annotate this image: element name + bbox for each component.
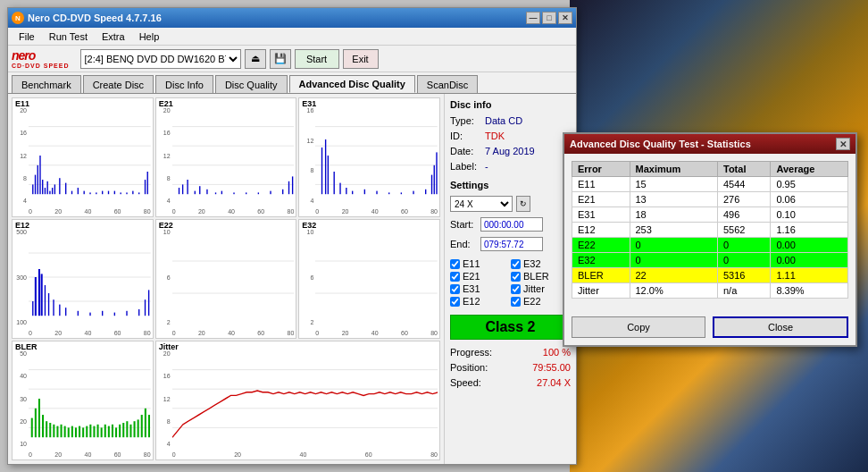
disc-label-value: - xyxy=(485,161,488,172)
svg-rect-24 xyxy=(120,192,121,194)
settings-title: Settings xyxy=(450,180,571,190)
position-row: Position: 79:55.00 xyxy=(450,362,571,373)
cb-e11-row: E11 xyxy=(450,258,510,269)
cb-jitter-label: Jitter xyxy=(523,283,545,294)
cb-bler[interactable] xyxy=(511,272,521,282)
svg-rect-85 xyxy=(126,311,127,316)
svg-rect-23 xyxy=(114,191,115,195)
cb-e32[interactable] xyxy=(511,259,521,269)
svg-rect-110 xyxy=(79,426,80,438)
tab-benchmark[interactable]: Benchmark xyxy=(12,75,81,93)
end-time-input[interactable] xyxy=(480,237,543,251)
chart-e21-label: E21 xyxy=(159,99,173,108)
stats-content: Error Maximum Total Average E111545440.9… xyxy=(564,154,855,313)
speed-select[interactable]: 24 X xyxy=(450,196,513,212)
disc-type-row: Type: Data CD xyxy=(450,115,571,126)
svg-rect-25 xyxy=(126,192,127,194)
cb-e12[interactable] xyxy=(450,297,460,307)
svg-rect-18 xyxy=(83,191,84,195)
tab-advanced-disc-quality[interactable]: Advanced Disc Quality xyxy=(289,75,415,93)
cb-jitter[interactable] xyxy=(511,284,521,294)
svg-rect-76 xyxy=(45,285,46,316)
svg-rect-55 xyxy=(328,156,329,194)
save-button[interactable]: 💾 xyxy=(270,49,291,69)
eject-button[interactable]: ⏏ xyxy=(245,49,266,69)
svg-rect-98 xyxy=(35,409,37,437)
svg-rect-106 xyxy=(64,426,66,438)
svg-rect-65 xyxy=(425,190,426,194)
app-window: N Nero CD-DVD Speed 4.7.7.16 — □ ✕ File … xyxy=(7,7,577,465)
disc-label-label: Label: xyxy=(450,161,481,172)
svg-rect-61 xyxy=(377,191,378,195)
chart-e11: E11 20161284 xyxy=(12,97,154,217)
cb-e21[interactable] xyxy=(450,272,460,282)
svg-rect-87 xyxy=(145,299,146,316)
svg-rect-28 xyxy=(145,180,146,194)
tab-create-disc[interactable]: Create Disc xyxy=(83,75,154,93)
copy-button[interactable]: Copy xyxy=(572,316,705,338)
disc-id-row: ID: TDK xyxy=(450,131,571,141)
close-button[interactable]: Close xyxy=(713,316,848,338)
svg-rect-118 xyxy=(108,426,110,438)
menu-file[interactable]: File xyxy=(12,30,42,44)
chart-e12: E12 500300100 xyxy=(12,219,154,339)
speed-refresh-button[interactable]: ↻ xyxy=(516,196,530,212)
disc-date-row: Date: 7 Aug 2019 xyxy=(450,146,571,156)
svg-rect-88 xyxy=(148,290,149,316)
svg-rect-48 xyxy=(292,176,293,194)
cb-bler-row: BLER xyxy=(511,271,571,282)
cb-e22[interactable] xyxy=(511,297,521,307)
table-row: E21132760.06 xyxy=(572,192,848,207)
chart-jitter: Jitter 20161284 020406080 xyxy=(155,341,440,460)
start-time-input[interactable] xyxy=(480,217,543,232)
chart-e21-xaxis: 020406080 xyxy=(172,208,295,215)
chart-e12-xaxis: 020406080 xyxy=(29,330,151,336)
chart-e21: E21 20161284 xyxy=(155,97,297,217)
menu-help[interactable]: Help xyxy=(132,30,167,44)
maximize-button[interactable]: □ xyxy=(542,12,556,24)
cb-e31-row: E31 xyxy=(450,283,510,294)
nero-brand: nero xyxy=(12,48,35,63)
menu-extra[interactable]: Extra xyxy=(95,30,132,44)
app-icon: N xyxy=(12,12,24,24)
svg-rect-126 xyxy=(138,419,139,437)
svg-rect-84 xyxy=(114,313,115,316)
stats-title-close-button[interactable]: ✕ xyxy=(836,138,850,150)
drive-select[interactable]: [2:4] BENQ DVD DD DW1620 B7W9 xyxy=(80,49,241,69)
close-button[interactable]: ✕ xyxy=(558,12,572,24)
cb-e31[interactable] xyxy=(450,284,460,294)
svg-rect-102 xyxy=(49,423,51,437)
start-button[interactable]: Start xyxy=(295,49,339,69)
svg-rect-104 xyxy=(56,426,58,438)
svg-rect-13 xyxy=(54,184,55,194)
cb-e11[interactable] xyxy=(450,259,460,269)
minimize-button[interactable]: — xyxy=(526,12,540,24)
tab-disc-quality[interactable]: Disc Quality xyxy=(215,75,288,93)
progress-value: 100 % xyxy=(543,347,571,358)
tab-disc-info[interactable]: Disc Info xyxy=(155,75,213,93)
svg-rect-44 xyxy=(257,192,258,194)
svg-rect-78 xyxy=(53,299,54,316)
exit-button[interactable]: Exit xyxy=(343,49,379,69)
svg-rect-12 xyxy=(52,188,53,194)
svg-rect-47 xyxy=(288,181,288,194)
svg-rect-41 xyxy=(221,191,221,195)
menu-run-test[interactable]: Run Test xyxy=(42,30,95,44)
class-badge: Class 2 xyxy=(450,315,571,340)
svg-rect-128 xyxy=(145,409,146,437)
svg-rect-39 xyxy=(206,190,207,194)
svg-rect-81 xyxy=(78,311,79,316)
svg-rect-129 xyxy=(148,415,150,437)
disc-id-label: ID: xyxy=(450,131,481,141)
svg-rect-111 xyxy=(82,427,84,437)
svg-rect-6 xyxy=(38,165,38,194)
cb-e21-row: E21 xyxy=(450,271,510,282)
svg-rect-36 xyxy=(187,180,188,194)
tab-scan-disc[interactable]: ScanDisc xyxy=(417,75,478,93)
svg-rect-103 xyxy=(53,425,54,437)
cb-e12-row: E12 xyxy=(450,296,510,307)
svg-rect-77 xyxy=(48,293,49,316)
svg-rect-116 xyxy=(101,427,103,437)
position-label: Position: xyxy=(450,362,488,373)
svg-rect-45 xyxy=(270,191,271,195)
